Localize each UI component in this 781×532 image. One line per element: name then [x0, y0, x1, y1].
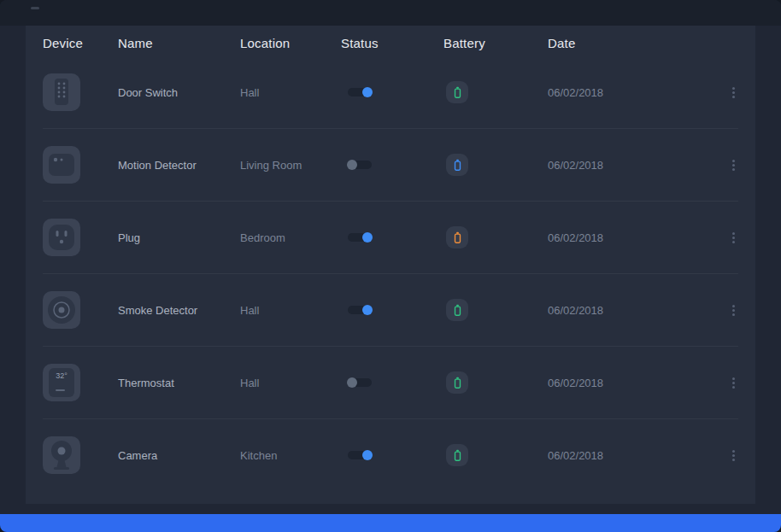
kebab-menu-icon[interactable]: [729, 84, 738, 102]
battery-badge: [446, 299, 468, 321]
device-date: 06/02/2018: [548, 86, 704, 99]
device-date: 06/02/2018: [548, 159, 704, 172]
battery-icon: [453, 159, 462, 172]
motion-detector-icon: [43, 146, 80, 184]
device-table-panel: Device Name Location Status Battery Date…: [26, 26, 755, 504]
device-name: Camera: [118, 449, 240, 462]
table-row: 32° Thermostat Hall 06/02/2018: [43, 346, 738, 418]
kebab-menu-icon[interactable]: [729, 156, 738, 174]
status-toggle[interactable]: [348, 161, 372, 169]
plug-icon: [43, 219, 80, 256]
toggle-knob: [347, 160, 357, 170]
column-header-device: Device: [43, 36, 118, 50]
app-window: Device Name Location Status Battery Date…: [0, 0, 781, 532]
device-name: Smoke Detector: [118, 304, 240, 317]
battery-badge: [446, 154, 468, 176]
camera-icon: [43, 436, 80, 474]
toggle-knob: [362, 305, 373, 315]
battery-icon: [453, 377, 462, 389]
thermostat-icon: 32°: [43, 364, 80, 401]
bottom-bar: [0, 514, 781, 532]
kebab-menu-icon[interactable]: [729, 447, 738, 465]
table-body: Door Switch Hall 06/02/2018 Motion Detec…: [43, 56, 738, 491]
device-location: Living Room: [240, 159, 341, 172]
battery-icon: [453, 86, 462, 99]
status-toggle[interactable]: [348, 88, 372, 96]
battery-icon: [453, 231, 462, 244]
column-header-status: Status: [341, 36, 443, 50]
table-row: Motion Detector Living Room 06/02/2018: [43, 128, 738, 201]
device-location: Bedroom: [240, 231, 341, 244]
device-name: Plug: [118, 231, 240, 244]
device-location: Hall: [240, 304, 341, 317]
toggle-knob: [347, 377, 357, 388]
device-date: 06/02/2018: [548, 304, 704, 317]
table-header: Device Name Location Status Battery Date: [43, 29, 738, 56]
column-header-battery: Battery: [443, 36, 548, 50]
table-row: Camera Kitchen 06/02/2018: [43, 418, 738, 491]
device-location: Hall: [240, 377, 341, 389]
toggle-knob: [362, 232, 373, 243]
top-bar: [0, 0, 781, 26]
kebab-menu-icon[interactable]: [729, 374, 738, 392]
column-header-location: Location: [240, 36, 341, 50]
kebab-menu-icon[interactable]: [729, 229, 738, 247]
toggle-knob: [362, 87, 373, 97]
status-toggle[interactable]: [348, 306, 372, 314]
device-date: 06/02/2018: [548, 377, 704, 389]
device-date: 06/02/2018: [548, 449, 704, 462]
status-toggle[interactable]: [348, 451, 372, 459]
battery-badge: [446, 444, 468, 466]
device-date: 06/02/2018: [548, 231, 704, 244]
device-location: Hall: [240, 86, 341, 99]
status-toggle[interactable]: [348, 378, 372, 387]
table-row: Plug Bedroom 06/02/2018: [43, 201, 738, 273]
toggle-knob: [362, 450, 373, 460]
device-location: Kitchen: [240, 449, 341, 462]
top-accent-notch: [31, 7, 39, 9]
column-header-date: Date: [548, 36, 704, 50]
device-name: Motion Detector: [118, 159, 240, 172]
battery-badge: [446, 226, 468, 248]
table-row: Door Switch Hall 06/02/2018: [43, 56, 738, 128]
battery-icon: [453, 304, 462, 317]
device-name: Door Switch: [118, 86, 240, 99]
battery-badge: [446, 371, 468, 394]
door-switch-icon: [43, 73, 80, 111]
battery-badge: [446, 81, 468, 103]
thermostat-reading: 32°: [43, 371, 80, 380]
kebab-menu-icon[interactable]: [729, 301, 738, 319]
battery-icon: [453, 449, 462, 462]
status-toggle[interactable]: [348, 233, 372, 242]
table-row: Smoke Detector Hall 06/02/2018: [43, 273, 738, 346]
device-name: Thermostat: [118, 377, 240, 389]
smoke-detector-icon: [43, 291, 80, 329]
column-header-name: Name: [118, 36, 240, 50]
